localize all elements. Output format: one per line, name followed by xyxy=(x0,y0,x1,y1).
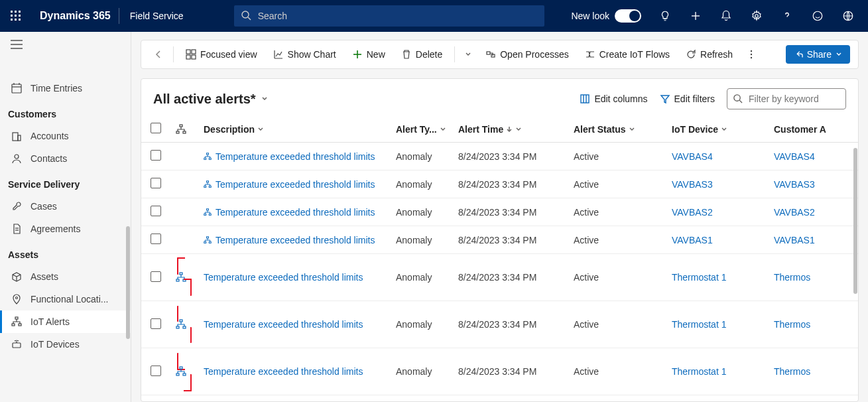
bell-icon[interactable] xyxy=(712,0,741,32)
table-row[interactable]: Temperature exceeded threshold limitsAno… xyxy=(141,395,858,402)
delete-split-button[interactable] xyxy=(460,46,476,62)
cell-alert-type: Anomaly xyxy=(391,301,453,348)
table-row[interactable]: Temperature exceeded threshold limitsAno… xyxy=(141,301,858,348)
hierarchy-icon[interactable] xyxy=(176,353,193,391)
filter-input[interactable] xyxy=(727,88,846,109)
customer-asset-link[interactable]: VAVBAS1 xyxy=(774,235,815,245)
svg-rect-4 xyxy=(15,15,17,17)
column-header-customer-asset[interactable]: Customer A xyxy=(769,116,858,143)
lightbulb-icon[interactable] xyxy=(651,0,680,32)
customer-asset-link[interactable]: VAVBAS4 xyxy=(774,151,815,162)
row-checkbox[interactable] xyxy=(141,226,170,254)
hierarchy-icon[interactable] xyxy=(204,180,212,188)
column-header-description[interactable]: Description xyxy=(198,116,391,143)
row-checkbox[interactable] xyxy=(141,254,170,301)
row-checkbox[interactable] xyxy=(141,395,170,402)
customer-asset-link[interactable]: Thermos xyxy=(774,366,810,377)
delete-button[interactable]: Delete xyxy=(395,45,449,64)
device-link[interactable]: Thermostat 1 xyxy=(672,272,726,283)
module-name[interactable]: Field Service xyxy=(119,11,194,21)
help-icon[interactable] xyxy=(773,0,802,32)
customer-asset-link[interactable]: VAVBAS3 xyxy=(774,179,815,190)
refresh-button[interactable]: Refresh xyxy=(679,45,739,64)
customer-asset-link[interactable]: Thermos xyxy=(774,319,810,330)
global-search[interactable] xyxy=(234,5,544,27)
create-iot-flows-button[interactable]: Create IoT Flows xyxy=(578,45,676,64)
sidebar-item-functional-locations[interactable]: Functional Locati... xyxy=(0,288,131,310)
description-link[interactable]: Temperature exceeded threshold limits xyxy=(204,272,363,283)
table-row[interactable]: Temperature exceeded threshold limitsAno… xyxy=(141,198,858,226)
table-row[interactable]: Temperature exceeded threshold limitsAno… xyxy=(141,226,858,254)
table-row[interactable]: Temperature exceeded threshold limitsAno… xyxy=(141,170,858,198)
new-look-toggle[interactable]: New look xyxy=(571,9,641,23)
device-link[interactable]: VAVBAS1 xyxy=(672,235,713,245)
chevron-down-icon xyxy=(257,126,264,133)
gear-icon[interactable] xyxy=(742,0,771,32)
table-row[interactable]: Temperature exceeded threshold limitsAno… xyxy=(141,143,858,170)
sidebar-item-accounts[interactable]: Accounts xyxy=(0,125,131,147)
svg-rect-61 xyxy=(209,214,211,215)
open-processes-button[interactable]: Open Processes xyxy=(479,45,576,64)
brand-title[interactable]: Dynamics 365 xyxy=(32,10,119,22)
device-link[interactable]: Thermostat 1 xyxy=(672,366,726,377)
hierarchy-icon[interactable] xyxy=(204,236,212,244)
hierarchy-icon[interactable] xyxy=(176,257,193,296)
column-header-alert-type[interactable]: Alert Ty... xyxy=(391,116,453,143)
description-link[interactable]: Temperature exceeded threshold limits xyxy=(216,179,375,190)
table-row[interactable]: Temperature exceeded threshold limitsAno… xyxy=(141,254,858,301)
description-link[interactable]: Temperature exceeded threshold limits xyxy=(216,207,375,218)
customer-asset-link[interactable]: Thermos xyxy=(774,272,810,283)
description-link[interactable]: Temperature exceeded threshold limits xyxy=(204,319,363,330)
column-header-alert-status[interactable]: Alert Status xyxy=(568,116,666,143)
device-link[interactable]: VAVBAS3 xyxy=(672,179,713,190)
customer-asset-link[interactable]: VAVBAS2 xyxy=(774,207,815,218)
new-button[interactable]: New xyxy=(345,45,392,64)
sidebar-item-time-off[interactable]: Time Off Requests xyxy=(0,54,131,77)
description-link[interactable]: Temperature exceeded threshold limits xyxy=(216,235,375,245)
sidebar-item-agreements[interactable]: Agreements xyxy=(0,218,131,240)
view-title-dropdown[interactable]: All active alerts* xyxy=(153,92,269,107)
share-button[interactable]: Share xyxy=(786,45,850,64)
focused-view-button[interactable]: Focused view xyxy=(179,45,264,64)
show-chart-button[interactable]: Show Chart xyxy=(267,45,343,64)
hierarchy-icon[interactable] xyxy=(176,306,193,343)
globe-icon[interactable] xyxy=(834,0,863,32)
grid-scrollbar[interactable] xyxy=(853,148,857,294)
back-button[interactable] xyxy=(149,45,168,64)
sidebar-item-cases[interactable]: Cases xyxy=(0,195,131,218)
menu-toggle[interactable] xyxy=(0,32,131,54)
device-link[interactable]: VAVBAS4 xyxy=(672,151,713,162)
hierarchy-icon[interactable] xyxy=(204,208,212,216)
hierarchy-icon[interactable] xyxy=(204,153,212,161)
svg-rect-64 xyxy=(209,241,211,243)
row-checkbox[interactable] xyxy=(141,143,170,170)
sidebar-item-time-entries[interactable]: Time Entries xyxy=(0,77,131,100)
edit-filters-button[interactable]: Edit filters xyxy=(660,94,715,104)
device-link[interactable]: VAVBAS2 xyxy=(672,207,713,218)
column-header-iot-device[interactable]: IoT Device xyxy=(666,116,769,143)
row-checkbox[interactable] xyxy=(141,198,170,226)
row-checkbox[interactable] xyxy=(141,170,170,198)
sidebar-item-contacts[interactable]: Contacts xyxy=(0,147,131,170)
app-launcher-icon[interactable] xyxy=(0,11,32,21)
description-link[interactable]: Temperature exceeded threshold limits xyxy=(216,151,375,162)
device-link[interactable]: Thermostat 1 xyxy=(672,319,726,330)
sidebar-item-assets[interactable]: Assets xyxy=(0,265,131,288)
sidebar-item-iot-alerts[interactable]: IoT Alerts xyxy=(0,310,131,333)
row-checkbox[interactable] xyxy=(141,301,170,348)
select-all-checkbox[interactable] xyxy=(141,116,170,143)
svg-point-13 xyxy=(755,15,759,18)
sidebar-scrollbar[interactable] xyxy=(124,32,131,402)
description-link[interactable]: Temperature exceeded threshold limits xyxy=(204,366,363,377)
row-checkbox[interactable] xyxy=(141,348,170,395)
sidebar-item-iot-devices[interactable]: IoT Devices xyxy=(0,333,131,356)
edit-columns-button[interactable]: Edit columns xyxy=(580,94,647,104)
svg-rect-8 xyxy=(19,19,21,21)
hierarchy-column-header[interactable] xyxy=(170,116,198,143)
plus-icon[interactable] xyxy=(681,0,710,32)
smile-icon[interactable] xyxy=(803,0,832,32)
table-row[interactable]: Temperature exceeded threshold limitsAno… xyxy=(141,348,858,395)
overflow-button[interactable] xyxy=(742,45,761,64)
column-header-alert-time[interactable]: Alert Time xyxy=(453,116,568,143)
filter-input-wrap xyxy=(727,88,846,109)
